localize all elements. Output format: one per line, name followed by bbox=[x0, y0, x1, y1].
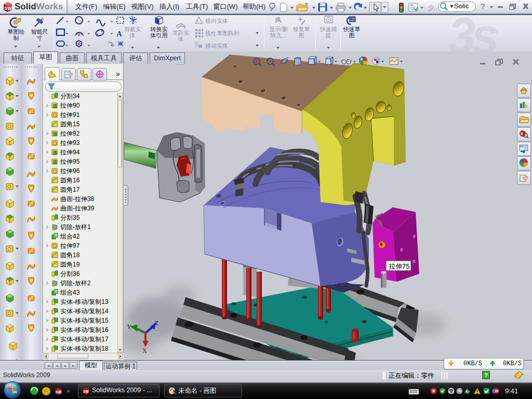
svg-text:»: » bbox=[66, 388, 70, 394]
svg-text:拉伸75: 拉伸75 bbox=[389, 262, 409, 270]
svg-text:Z: Z bbox=[154, 320, 158, 327]
svg-text:少..: 少.. bbox=[428, 4, 437, 11]
svg-text:Y: Y bbox=[127, 323, 131, 330]
svg-text:继: 继 bbox=[275, 17, 281, 22]
svg-text:SW: SW bbox=[83, 390, 89, 393]
svg-text:!: ! bbox=[197, 18, 198, 23]
svg-text:SW: SW bbox=[4, 6, 12, 11]
svg-text:X: X bbox=[142, 347, 147, 354]
svg-text:SW: SW bbox=[56, 390, 62, 394]
